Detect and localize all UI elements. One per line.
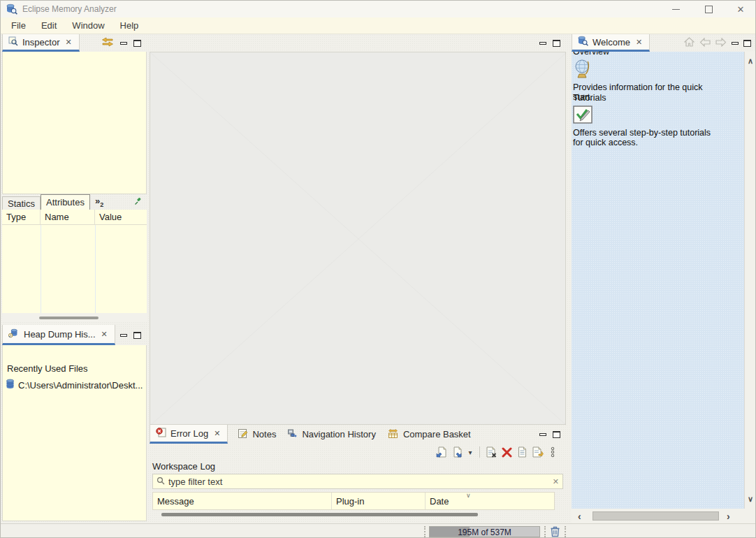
menu-edit[interactable]: Edit bbox=[34, 17, 64, 34]
run-garbage-collector-button[interactable] bbox=[550, 525, 560, 537]
minimize-icon bbox=[672, 9, 680, 10]
tab-inspector-label: Inspector bbox=[22, 37, 59, 48]
close-icon: ✕ bbox=[737, 5, 745, 14]
tab-welcome-label: Welcome bbox=[593, 37, 630, 48]
tab-error-log[interactable]: Error Log ✕ bbox=[150, 425, 228, 444]
scroll-down-icon[interactable]: ∨ bbox=[748, 495, 753, 503]
view-menu-icon[interactable] bbox=[546, 446, 559, 458]
link-with-snapshot-icon[interactable] bbox=[101, 37, 114, 50]
scroll-left-icon[interactable]: ‹ bbox=[578, 511, 581, 521]
import-log-icon[interactable] bbox=[451, 446, 463, 458]
tab-compare-basket[interactable]: Compare Basket bbox=[381, 425, 477, 444]
editor-minimize-icon[interactable] bbox=[539, 42, 546, 45]
inspector-minimize-icon[interactable] bbox=[120, 42, 127, 45]
log-filter-input[interactable] bbox=[168, 477, 549, 487]
heap-history-maximize-icon[interactable] bbox=[133, 332, 141, 339]
tutorials-icon[interactable] bbox=[573, 106, 743, 126]
heap-file-icon bbox=[6, 379, 15, 392]
export-log-icon[interactable] bbox=[435, 446, 448, 458]
forward-icon[interactable] bbox=[715, 37, 727, 50]
window-title: Eclipse Memory Analyzer bbox=[22, 4, 117, 14]
clear-log-icon[interactable] bbox=[485, 446, 497, 458]
log-tabbar: Error Log ✕ Notes bbox=[150, 425, 566, 444]
column-header-value[interactable]: Value bbox=[95, 210, 147, 224]
heap-history-minimize-icon[interactable] bbox=[120, 334, 127, 337]
menu-window[interactable]: Window bbox=[64, 17, 112, 34]
recently-used-files-label: Recently Used Files bbox=[7, 363, 88, 374]
inspector-hscrollbar[interactable] bbox=[2, 313, 147, 322]
compare-basket-icon bbox=[387, 428, 399, 441]
column-header-date[interactable]: Date ∨ bbox=[426, 493, 554, 509]
heap-history-icon bbox=[8, 328, 20, 340]
tab-heap-dump-history[interactable]: Heap Dump His... ✕ bbox=[2, 325, 115, 345]
delete-log-icon[interactable] bbox=[500, 446, 513, 458]
tab-notes[interactable]: Notes bbox=[232, 425, 282, 444]
restore-log-icon[interactable] bbox=[531, 446, 544, 458]
tab-navigation-history[interactable]: Navigation History bbox=[282, 425, 381, 444]
column-header-message[interactable]: Message bbox=[153, 493, 332, 509]
menu-help[interactable]: Help bbox=[112, 17, 147, 34]
import-dropdown-icon[interactable]: ▾ bbox=[466, 446, 474, 458]
tab-heap-dump-history-label: Heap Dump His... bbox=[24, 329, 96, 340]
log-maximize-icon[interactable] bbox=[553, 431, 560, 438]
welcome-content: Overview Provides information for the qu… bbox=[572, 52, 744, 509]
log-minimize-icon[interactable] bbox=[539, 433, 546, 436]
tab-welcome-close-icon[interactable]: ✕ bbox=[634, 38, 644, 47]
scrollbar-corner bbox=[744, 509, 756, 523]
tab-error-log-label: Error Log bbox=[170, 428, 208, 439]
subtab-overflow-chevron-icon[interactable]: »2 bbox=[95, 196, 103, 208]
app-icon bbox=[6, 3, 17, 15]
home-icon[interactable] bbox=[684, 37, 695, 50]
column-header-type[interactable]: Type bbox=[2, 210, 41, 224]
overview-heading[interactable]: Overview bbox=[573, 52, 743, 57]
scrollbar-thumb[interactable] bbox=[593, 511, 719, 521]
tab-inspector-close-icon[interactable]: ✕ bbox=[64, 38, 73, 47]
maximize-icon bbox=[705, 6, 713, 13]
column-header-name[interactable]: Name bbox=[41, 210, 95, 224]
scroll-right-icon[interactable]: › bbox=[727, 511, 730, 521]
trash-icon bbox=[550, 525, 560, 537]
scroll-up-icon[interactable]: ∧ bbox=[748, 57, 753, 65]
tab-heap-dump-history-close-icon[interactable]: ✕ bbox=[100, 330, 109, 339]
heap-status-indicator[interactable]: 195M of 537M bbox=[429, 526, 540, 537]
subtab-statics[interactable]: Statics bbox=[2, 196, 41, 210]
overview-globe-icon[interactable] bbox=[573, 59, 743, 82]
tab-inspector[interactable]: Inspector ✕ bbox=[2, 34, 80, 52]
window-minimize-button[interactable] bbox=[665, 1, 686, 17]
welcome-hscrollbar[interactable]: ‹ › bbox=[572, 509, 744, 523]
titlebar: Eclipse Memory Analyzer ✕ bbox=[1, 1, 756, 17]
scrollbar-thumb[interactable] bbox=[39, 317, 99, 319]
recent-file-path: C:\Users\Administrator\Deskt... bbox=[18, 380, 143, 391]
heap-status-text: 195M of 537M bbox=[430, 528, 539, 537]
scrollbar-thumb[interactable] bbox=[161, 513, 478, 516]
welcome-maximize-icon[interactable] bbox=[743, 40, 751, 47]
status-grip bbox=[565, 526, 566, 537]
editor-maximize-icon[interactable] bbox=[553, 40, 560, 47]
tab-error-log-close-icon[interactable]: ✕ bbox=[212, 429, 221, 438]
open-log-icon[interactable] bbox=[516, 446, 528, 458]
welcome-vscrollbar[interactable]: ∧ ∨ bbox=[744, 52, 756, 509]
notes-icon bbox=[238, 428, 248, 441]
window-maximize-button[interactable] bbox=[698, 1, 719, 17]
subtab-attributes[interactable]: Attributes bbox=[41, 194, 90, 210]
editor-empty-area bbox=[150, 52, 566, 425]
pin-icon[interactable] bbox=[134, 196, 143, 208]
back-icon[interactable] bbox=[699, 37, 711, 50]
inspector-subtabs: Statics Attributes »2 bbox=[2, 194, 147, 210]
log-filter-box: ✕ bbox=[152, 474, 563, 489]
inspector-maximize-icon[interactable] bbox=[133, 40, 141, 47]
welcome-minimize-icon[interactable] bbox=[732, 42, 739, 45]
inspector-tabbar: Inspector ✕ bbox=[2, 34, 147, 52]
recent-file-item[interactable]: C:\Users\Administrator\Deskt... bbox=[6, 379, 143, 392]
tab-welcome[interactable]: Welcome ✕ bbox=[572, 34, 650, 52]
clear-filter-icon[interactable]: ✕ bbox=[553, 477, 559, 486]
window-close-button[interactable]: ✕ bbox=[730, 1, 751, 17]
menu-file[interactable]: File bbox=[3, 17, 34, 34]
column-header-plugin[interactable]: Plug-in bbox=[332, 493, 426, 509]
log-hscrollbar[interactable] bbox=[152, 510, 563, 520]
welcome-icon bbox=[578, 36, 588, 48]
tutorials-description: Offers several step-by-step tutorials fo… bbox=[573, 128, 720, 149]
application-window: Eclipse Memory Analyzer ✕ File Edit Wind… bbox=[0, 0, 756, 538]
tutorials-heading[interactable]: Tutorials bbox=[573, 93, 743, 103]
workspace-log-label: Workspace Log bbox=[152, 461, 563, 475]
